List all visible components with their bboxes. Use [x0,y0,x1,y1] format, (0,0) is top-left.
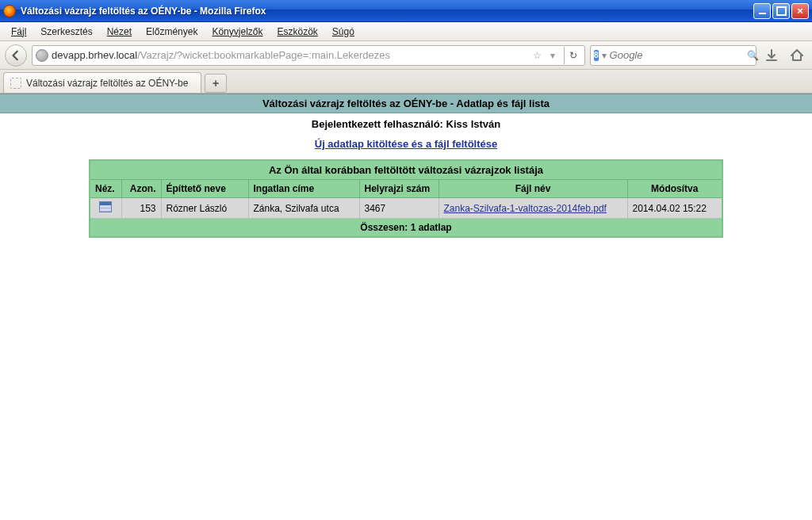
window-title: Változási vázrajz feltöltés az OÉNY-be -… [21,6,753,17]
col-view: Néz. [90,180,121,198]
menu-file[interactable]: Fájl [5,25,33,39]
col-lotnum: Helyrajzi szám [359,180,439,198]
table-header-row: Néz. Azon. Építtető neve Ingatlan címe H… [90,180,722,198]
menu-tools[interactable]: Eszközök [270,25,324,39]
url-text: devapp.brhev.local/Vazrajz/?wicket:bookm… [52,49,527,61]
new-upload-link-row: Új adatlap kitöltése és a fájl feltöltés… [0,135,812,159]
search-engine-icon[interactable]: 8 [594,50,599,61]
search-engine-dropdown-icon[interactable]: ▾ [602,50,607,61]
cell-lotnum: 3467 [359,198,439,219]
col-filename: Fájl név [439,180,627,198]
page-header: Változási vázrajz feltöltés az OÉNY-be -… [0,94,812,113]
globe-icon [36,49,48,62]
menu-bookmarks[interactable]: Könyvjelzők [205,25,269,39]
bookmark-star-icon[interactable]: ☆ [530,49,543,62]
url-dropdown-icon[interactable]: ▾ [546,49,559,62]
search-box[interactable]: 8 ▾ 🔍 [590,45,756,66]
logged-in-user: Bejelentkezett felhasználó: Kiss István [0,113,812,135]
toolbar: devapp.brhev.local/Vazrajz/?wicket:bookm… [0,41,812,70]
new-tab-button[interactable]: + [205,74,227,93]
search-submit-icon[interactable]: 🔍 [747,50,759,61]
tab-strip: Változási vázrajz feltöltés az OÉNY-be + [0,70,812,94]
col-builder: Építtető neve [161,180,248,198]
home-button[interactable] [787,45,807,66]
cell-filename-link[interactable]: Zanka-Szilvafa-1-valtozas-2014feb.pdf [444,203,607,214]
firefox-icon [3,5,16,17]
download-arrow-icon [764,48,779,63]
uploads-table: Az Ön által korábban feltöltött változás… [89,159,723,238]
table-title: Az Ön által korábban feltöltött változás… [90,160,722,180]
menu-help[interactable]: Súgó [326,25,361,39]
reload-button[interactable]: ↻ [564,47,581,64]
cell-builder: Rózner László [161,198,248,219]
back-button[interactable] [5,44,27,67]
minimize-button[interactable] [753,3,771,19]
cell-modified: 2014.04.02 15:22 [627,198,722,219]
col-id: Azon. [121,180,161,198]
table-summary: Összesen: 1 adatlap [90,219,722,238]
cell-id: 153 [121,198,161,219]
tab-active[interactable]: Változási vázrajz feltöltés az OÉNY-be [3,72,201,93]
page-favicon-placeholder-icon [10,78,21,89]
close-button[interactable]: × [791,3,809,19]
search-input[interactable] [610,49,744,61]
home-icon [790,48,804,63]
menu-history[interactable]: Előzmények [140,25,204,39]
arrow-left-icon [10,50,21,61]
col-modified: Módosítva [627,180,722,198]
view-row-icon[interactable] [99,201,112,212]
downloads-button[interactable] [761,45,782,66]
menu-edit[interactable]: Szerkesztés [34,25,98,39]
menubar: Fájl Szerkesztés Nézet Előzmények Könyvj… [0,22,812,41]
window-buttons: × [753,3,809,19]
new-upload-link[interactable]: Új adatlap kitöltése és a fájl feltöltés… [315,138,497,150]
maximize-button[interactable] [772,3,790,19]
cell-address: Zánka, Szilvafa utca [248,198,359,219]
window-titlebar: Változási vázrajz feltöltés az OÉNY-be -… [0,0,812,22]
tab-title: Változási vázrajz feltöltés az OÉNY-be [26,78,188,89]
page-content: Változási vázrajz feltöltés az OÉNY-be -… [0,94,812,238]
url-bar[interactable]: devapp.brhev.local/Vazrajz/?wicket:bookm… [32,45,585,66]
menu-view[interactable]: Nézet [101,25,138,39]
table-row: 153 Rózner László Zánka, Szilvafa utca 3… [90,198,722,219]
col-address: Ingatlan címe [248,180,359,198]
